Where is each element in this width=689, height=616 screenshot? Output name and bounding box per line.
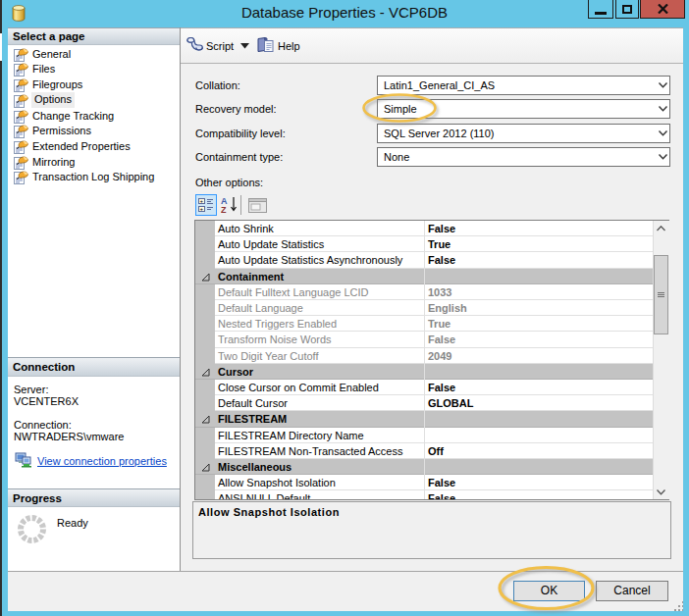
svg-text:+: +: [200, 206, 204, 212]
svg-text:+: +: [200, 198, 204, 204]
svg-text:Z: Z: [221, 205, 227, 215]
